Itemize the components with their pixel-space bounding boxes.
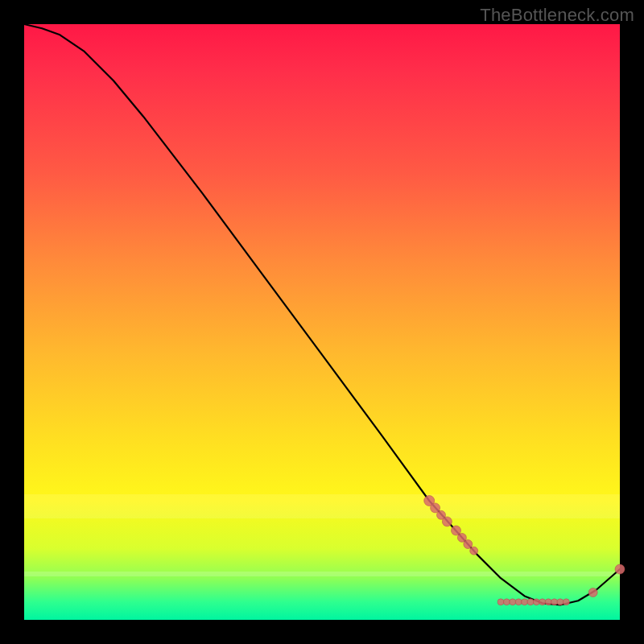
data-marker bbox=[545, 599, 551, 605]
data-marker bbox=[510, 599, 516, 605]
data-marker bbox=[539, 599, 546, 605]
data-marker bbox=[527, 599, 534, 605]
data-marker bbox=[442, 517, 452, 526]
marker-group bbox=[424, 496, 625, 605]
curve-path bbox=[24, 24, 620, 605]
bottleneck-curve bbox=[24, 24, 620, 620]
data-marker bbox=[497, 599, 504, 605]
data-marker bbox=[522, 599, 528, 605]
data-marker bbox=[588, 588, 597, 597]
data-marker bbox=[551, 599, 558, 605]
data-marker bbox=[563, 599, 569, 605]
data-marker bbox=[615, 564, 625, 574]
plot-area bbox=[24, 24, 620, 620]
data-marker bbox=[464, 540, 473, 549]
data-marker bbox=[503, 599, 510, 605]
watermark-text: TheBottleneck.com bbox=[480, 5, 634, 26]
data-marker bbox=[470, 547, 478, 555]
chart-container: TheBottleneck.com bbox=[0, 0, 644, 644]
data-marker bbox=[515, 599, 522, 605]
data-marker bbox=[533, 599, 539, 605]
data-marker bbox=[557, 599, 564, 605]
